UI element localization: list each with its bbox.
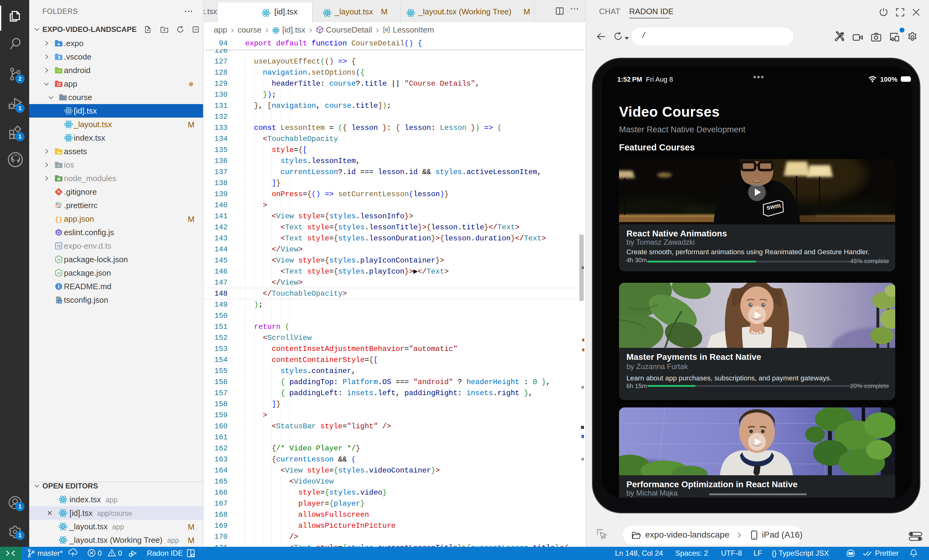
svg-text:{}: {} (55, 216, 63, 223)
svg-text:JS: JS (57, 272, 61, 275)
svg-text:n: n (58, 178, 59, 180)
svg-text:JS: JS (57, 258, 61, 261)
svg-text:ios: ios (57, 164, 60, 167)
svg-text:TS: TS (57, 245, 61, 248)
svg-text:TS: TS (59, 301, 62, 303)
